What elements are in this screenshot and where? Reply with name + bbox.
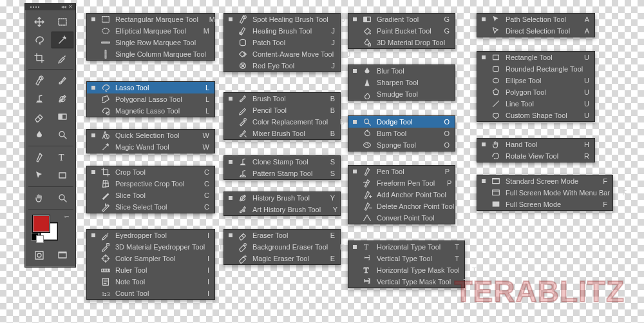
tool-item-pen-0[interactable]: Pen ToolP	[348, 166, 455, 177]
tool-item-shape-2[interactable]: Ellipse ToolU	[477, 75, 594, 86]
toolbox-header[interactable]: ◂◂ ✕	[25, 4, 75, 10]
screen-mode-button[interactable]	[52, 247, 73, 264]
tool-item-eyedropper-5[interactable]: Count ToolI	[87, 288, 214, 299]
color-swatches[interactable]: ⤺	[28, 212, 73, 242]
blur-tool[interactable]	[28, 126, 50, 143]
tool-item-healing-0[interactable]: Spot Healing Brush ToolJ	[224, 14, 340, 25]
tool-item-pen-4[interactable]: Convert Point Tool	[348, 212, 455, 224]
path-select-tool[interactable]	[28, 167, 50, 184]
tool-shortcut: A	[579, 27, 591, 35]
tool-item-eraser-2[interactable]: Magic Eraser ToolE	[224, 253, 340, 264]
tool-item-eyedropper-1[interactable]: 3D Material Eyedropper ToolI	[87, 241, 214, 253]
tool-item-pen-1[interactable]: Freeform Pen ToolP	[348, 177, 455, 189]
marquee-tool[interactable]	[52, 14, 73, 30]
tool-item-healing-3[interactable]: Content-Aware Move ToolJ	[224, 48, 340, 60]
tool-item-lasso-2[interactable]: Magnetic Lasso ToolL	[87, 105, 214, 117]
tool-item-shape-3[interactable]: Polygon ToolU	[477, 86, 594, 98]
tool-item-shape-0[interactable]: Rectangle ToolU	[477, 52, 594, 63]
pen-tool[interactable]	[28, 149, 50, 166]
tool-item-screen-2[interactable]: Full Screen ModeF	[477, 199, 612, 210]
tool-item-dodge-0[interactable]: Dodge ToolO	[348, 116, 455, 128]
tool-item-type-0[interactable]: Horizontal Type ToolT	[348, 241, 464, 253]
tool-item-hand-1[interactable]: Rotate View ToolR	[477, 150, 594, 162]
tool-item-screen-1[interactable]: Full Screen Mode With Menu BarF	[477, 187, 612, 199]
tool-item-crop-1[interactable]: Perspective Crop ToolC	[87, 178, 214, 190]
tool-item-eraser-1[interactable]: Background Eraser ToolE	[224, 241, 340, 253]
tool-item-marquee-0[interactable]: Rectangular Marquee ToolM	[87, 14, 214, 25]
dodge-tool[interactable]	[52, 126, 73, 143]
tool-item-eyedropper-4[interactable]: Note ToolI	[87, 276, 214, 288]
tool-item-crop-3[interactable]: Slice Select ToolC	[87, 201, 214, 213]
magic-wand-tool[interactable]	[52, 32, 73, 48]
eyedropper-tool[interactable]	[52, 50, 73, 66]
tool-item-wand-0[interactable]: Quick Selection ToolW	[87, 130, 214, 141]
eraser-tool[interactable]	[28, 108, 50, 125]
tool-item-dodge-2[interactable]: Sponge ToolO	[348, 139, 455, 151]
tool-item-stamp-1[interactable]: Pattern Stamp ToolS	[224, 168, 340, 179]
tool-item-type-3[interactable]: Vertical Type Mask ToolT	[348, 276, 464, 288]
close-icon[interactable]: ✕	[68, 5, 73, 10]
gradient-tool[interactable]	[52, 108, 73, 125]
tool-item-hand-0[interactable]: Hand ToolH	[477, 139, 594, 150]
tool-item-screen-0[interactable]: Standard Screen ModeF	[477, 175, 612, 187]
eraser-icon	[238, 230, 248, 240]
tool-item-healing-1[interactable]: Healing Brush ToolJ	[224, 25, 340, 37]
tool-item-eyedropper-3[interactable]: Ruler ToolI	[87, 264, 214, 276]
tool-item-path-0[interactable]: Path Selection ToolA	[477, 14, 594, 25]
tool-item-crop-0[interactable]: Crop ToolC	[87, 166, 214, 178]
type-tool[interactable]	[52, 149, 73, 166]
hand-tool[interactable]	[28, 190, 50, 206]
zoom-tool[interactable]	[52, 190, 73, 206]
tool-item-eyedropper-0[interactable]: Eyedropper ToolI	[87, 230, 214, 241]
tool-item-dodge-1[interactable]: Burn ToolO	[348, 128, 455, 139]
tool-item-gradient-0[interactable]: Gradient ToolG	[348, 14, 455, 25]
tool-item-shape-5[interactable]: Custom Shape ToolU	[477, 110, 594, 121]
tool-item-shape-1[interactable]: Rounded Rectangle ToolU	[477, 63, 594, 75]
tool-item-brush-3[interactable]: Mixer Brush ToolB	[224, 128, 340, 139]
tool-item-brush-2[interactable]: Color Replacement ToolB	[224, 116, 340, 128]
tool-item-lasso-0[interactable]: Lasso ToolL	[87, 82, 214, 93]
brush-tool[interactable]	[52, 72, 73, 89]
crop-tool[interactable]	[28, 50, 50, 66]
tool-item-brush-0[interactable]: Brush ToolB	[224, 93, 340, 104]
tool-item-history-1[interactable]: Art History Brush ToolY	[224, 204, 340, 215]
tool-item-wand-1[interactable]: Magic Wand ToolW	[87, 141, 214, 153]
tool-item-pen-3[interactable]: Delete Anchor Point Tool	[348, 201, 455, 212]
healing-tool[interactable]	[28, 72, 50, 89]
tool-item-pen-2[interactable]: Add Anchor Point Tool	[348, 189, 455, 201]
quick-mask-button[interactable]	[28, 247, 50, 264]
tool-item-path-1[interactable]: Direct Selection ToolA	[477, 25, 594, 37]
tool-item-marquee-1[interactable]: Elliptical Marquee ToolM	[87, 25, 214, 37]
tool-item-type-2[interactable]: Horizontal Type Mask ToolT	[348, 264, 464, 276]
tool-item-marquee-3[interactable]: Single Column Marquee Tool	[87, 48, 214, 60]
shape-tool[interactable]	[52, 167, 73, 184]
swap-colors-icon[interactable]: ⤺	[64, 213, 70, 220]
tool-item-marquee-2[interactable]: Single Row Marquee Tool	[87, 37, 214, 48]
tool-item-healing-4[interactable]: Red Eye ToolJ	[224, 60, 340, 72]
tool-label: Slice Tool	[114, 191, 198, 199]
tool-item-history-0[interactable]: History Brush ToolY	[224, 192, 340, 204]
tool-item-blur-1[interactable]: Sharpen Tool	[348, 77, 455, 88]
tool-item-lasso-1[interactable]: Polygonal Lasso ToolL	[87, 93, 214, 105]
tool-item-eyedropper-2[interactable]: Color Sampler ToolI	[87, 253, 214, 264]
tool-item-type-1[interactable]: Vertical Type ToolT	[348, 253, 464, 264]
tool-item-eraser-0[interactable]: Eraser ToolE	[224, 230, 340, 241]
tool-item-crop-2[interactable]: Slice ToolC	[87, 190, 214, 201]
tool-item-gradient-1[interactable]: Paint Bucket ToolG	[348, 25, 455, 37]
stamp-tool[interactable]	[28, 90, 50, 107]
tool-item-shape-4[interactable]: Line ToolU	[477, 98, 594, 110]
move-tool[interactable]	[28, 14, 50, 30]
collapse-icon[interactable]: ◂◂	[61, 5, 66, 10]
foreground-color-swatch[interactable]	[32, 215, 50, 233]
history-brush-tool[interactable]	[52, 90, 73, 107]
default-colors-icon[interactable]	[31, 233, 46, 240]
tool-item-gradient-2[interactable]: 3D Material Drop ToolG	[348, 37, 455, 48]
tool-shortcut: E	[325, 231, 336, 239]
tool-shortcut: T	[449, 243, 460, 251]
tool-item-brush-1[interactable]: Pencil ToolB	[224, 104, 340, 116]
lasso-tool[interactable]	[28, 32, 50, 48]
tool-item-healing-2[interactable]: Patch ToolJ	[224, 37, 340, 48]
tool-item-blur-0[interactable]: Blur Tool	[348, 65, 455, 77]
tool-item-stamp-0[interactable]: Clone Stamp ToolS	[224, 156, 340, 168]
tool-item-blur-2[interactable]: Smudge Tool	[348, 88, 455, 100]
